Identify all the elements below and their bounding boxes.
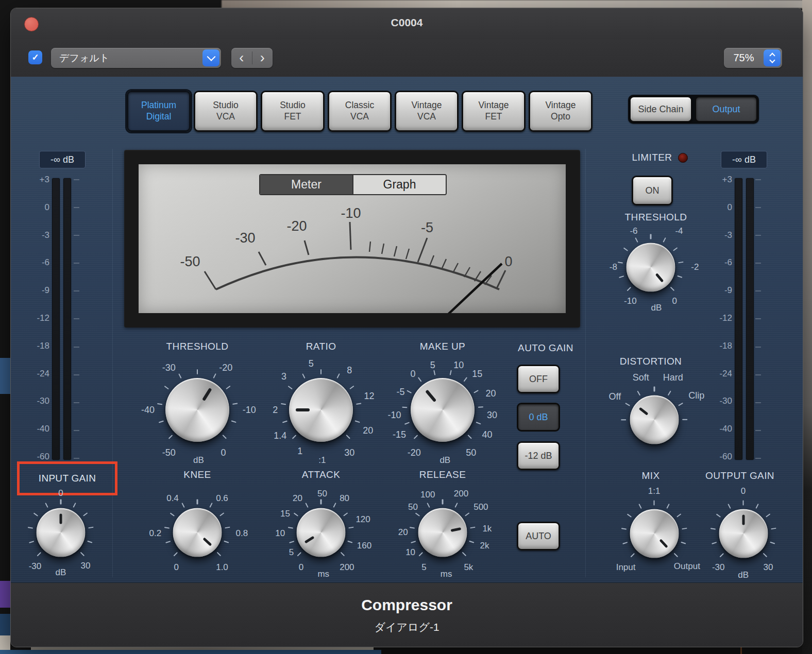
scale-label: -5 bbox=[396, 387, 404, 398]
check-icon: ✓ bbox=[31, 52, 39, 63]
model-studio-vca[interactable]: Studio VCA bbox=[194, 91, 258, 132]
scale-label: 0.8 bbox=[236, 528, 248, 539]
model-studio-fet[interactable]: Studio FET bbox=[261, 91, 325, 132]
scale-label: -6 bbox=[630, 226, 637, 236]
tab-graph[interactable]: Graph bbox=[352, 175, 446, 194]
vu-label: -20 bbox=[286, 218, 307, 234]
preset-toolbar: ✓ デフォルト ‹ › 75% bbox=[11, 39, 803, 77]
scale-label: 120 bbox=[356, 514, 370, 525]
attack-group: ATTACK 50 20 80 15 120 10 160 5 0 200 ms bbox=[259, 467, 383, 580]
scale-label: 30 bbox=[344, 447, 354, 458]
panel-divider-right bbox=[585, 149, 586, 577]
preset-dropdown[interactable]: デフォルト bbox=[51, 48, 221, 68]
model-vintage-vca[interactable]: Vintage VCA bbox=[395, 91, 459, 132]
scale-label: -10 bbox=[624, 296, 637, 306]
output-gain-group: OUTPUT GAIN 0 -30 30 dB bbox=[683, 469, 797, 580]
scale-label: 30 bbox=[764, 562, 773, 573]
auto-release-button[interactable]: AUTO bbox=[517, 522, 560, 550]
next-preset-button[interactable]: › bbox=[252, 48, 273, 68]
vu-label: 0 bbox=[504, 254, 512, 269]
input-meter-bar-right bbox=[63, 178, 71, 460]
title-bar: C0004 bbox=[11, 8, 803, 40]
scale-label: 10 bbox=[453, 359, 464, 370]
ratio-label: RATIO bbox=[259, 341, 383, 352]
auto-gain-0db-button[interactable]: 0 dB bbox=[517, 403, 560, 432]
auto-gain-off-button[interactable]: OFF bbox=[517, 365, 560, 393]
compressor-panel: Platinum Digital Studio VCA Studio FET C… bbox=[11, 77, 803, 582]
input-peak-readout: -∞ dB bbox=[39, 151, 86, 168]
scale-label: -30 bbox=[712, 562, 725, 573]
knee-knob[interactable] bbox=[173, 508, 222, 557]
preset-checkbox[interactable]: ✓ bbox=[28, 50, 42, 64]
limiter-threshold-group: -6 -4 -8 -2 -10 0 dB bbox=[594, 225, 707, 317]
scale-label: 40 bbox=[482, 429, 492, 440]
scale-label: -2 bbox=[691, 262, 699, 272]
scale-label: 12 bbox=[364, 390, 375, 401]
model-platinum-digital[interactable]: Platinum Digital bbox=[127, 91, 191, 132]
ratio-group: RATIO 5 3 8 2 12 1.4 20 1 30 :1 bbox=[259, 338, 383, 467]
side-chain-tab[interactable]: Side Chain bbox=[630, 96, 692, 122]
model-classic-vca[interactable]: Classic VCA bbox=[328, 91, 392, 132]
makeup-label: MAKE UP bbox=[381, 341, 504, 352]
input-meter-bar-left bbox=[52, 178, 60, 460]
makeup-knob[interactable] bbox=[411, 378, 475, 442]
scale-label: 1 bbox=[297, 446, 302, 457]
desktop-background-bottom-line bbox=[740, 646, 742, 654]
distortion-label: DISTORTION bbox=[589, 356, 713, 367]
limiter-threshold-knob[interactable] bbox=[627, 243, 675, 291]
display-mode-tabs: Meter Graph bbox=[259, 174, 447, 195]
scale-label: 2 bbox=[273, 405, 278, 416]
scale-label: 0 bbox=[410, 369, 415, 380]
scale-label: 5 bbox=[430, 359, 435, 370]
input-meter-scale: +30-3-6-9-12-18-24-30-40-60 bbox=[21, 175, 49, 462]
threshold-knob[interactable] bbox=[165, 378, 229, 442]
scale-label: 5k bbox=[464, 562, 473, 573]
limiter-on-button[interactable]: ON bbox=[632, 176, 673, 205]
output-meter-bar-left bbox=[735, 178, 742, 460]
auto-gain-minus12db-button[interactable]: -12 dB bbox=[517, 441, 560, 470]
attack-knob[interactable] bbox=[297, 508, 346, 557]
model-vintage-opto[interactable]: Vintage Opto bbox=[529, 91, 593, 132]
desktop-background-left2 bbox=[0, 581, 10, 608]
desktop-background-top bbox=[222, 0, 812, 8]
vu-label: -30 bbox=[235, 230, 255, 246]
ratio-knob[interactable] bbox=[289, 378, 353, 442]
scale-label: 20 bbox=[363, 425, 373, 436]
release-knob[interactable] bbox=[418, 508, 467, 557]
scale-label: 200 bbox=[340, 562, 354, 573]
scale-label: Input bbox=[616, 562, 636, 573]
scale-label: 10 bbox=[275, 528, 285, 539]
model-vintage-fet[interactable]: Vintage FET bbox=[462, 91, 526, 132]
output-gain-knob[interactable] bbox=[719, 509, 768, 558]
scale-label: -30 bbox=[162, 362, 176, 373]
distortion-knob[interactable] bbox=[630, 395, 679, 444]
scale-label: 0 bbox=[672, 296, 676, 306]
release-label: RELEASE bbox=[381, 469, 504, 480]
output-peak-readout: -∞ dB bbox=[721, 151, 767, 168]
scale-label: -15 bbox=[393, 429, 406, 440]
distortion-group: Soft Hard Off Clip bbox=[589, 366, 713, 461]
scale-label: ms bbox=[441, 569, 452, 579]
screenshot-stage: C0004 ✓ デフォルト ‹ › 75% bbox=[0, 0, 812, 654]
scale-label: 50 bbox=[466, 447, 476, 458]
scale-label: :1 bbox=[318, 455, 326, 466]
scale-label: 3 bbox=[281, 371, 286, 382]
scale-label: 20 bbox=[486, 388, 496, 399]
knob-pointer bbox=[722, 512, 764, 554]
output-tab[interactable]: Output bbox=[695, 96, 757, 122]
scale-label: 80 bbox=[340, 493, 349, 504]
previous-preset-button[interactable]: ‹ bbox=[231, 48, 252, 68]
tab-meter[interactable]: Meter bbox=[260, 175, 352, 194]
knee-group: KNEE 0.4 0.6 0.2 0.8 0 1.0 bbox=[136, 467, 259, 580]
preset-name: デフォルト bbox=[51, 51, 202, 65]
mix-knob[interactable] bbox=[630, 509, 679, 558]
routing-selector: Side Chain Output bbox=[628, 95, 759, 124]
chevron-down-icon bbox=[202, 49, 219, 66]
scale-label: dB bbox=[193, 455, 204, 466]
input-gain-knob[interactable] bbox=[37, 508, 86, 557]
zoom-stepper[interactable]: 75% bbox=[724, 48, 782, 68]
plugin-name: Compressor bbox=[11, 583, 803, 614]
scale-label: Soft bbox=[633, 372, 649, 383]
scale-label: 500 bbox=[473, 502, 488, 512]
scale-label: 2k bbox=[480, 541, 489, 551]
